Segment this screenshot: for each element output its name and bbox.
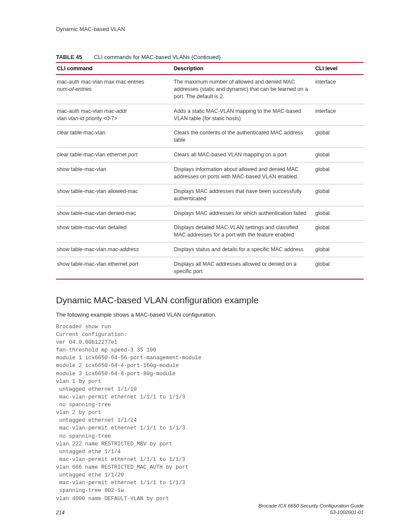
cell-description: Clears the contents of the authenticated… [173, 126, 314, 148]
page: Dynamic MAC-based VLAN TABLE 45 CLI comm… [0, 0, 411, 532]
cell-command: mac-auth mac-vlan mac-addr vlan vlan-id … [56, 104, 173, 126]
doc-title: Brocade ICX 6650 Security Configuration … [258, 503, 364, 509]
cell-command: show table-mac-vlan [56, 162, 173, 184]
doc-info: Brocade ICX 6650 Security Configuration … [258, 503, 364, 516]
cell-description: Displays MAC addresses for which authent… [173, 206, 314, 221]
table-row: show table-mac-vlan ethernet port Displa… [56, 257, 364, 279]
cell-command: mac-auth mac-vlan max-mac-entries num-of… [56, 75, 173, 104]
cell-level: global [314, 162, 364, 184]
table-header-row: CLI command Description CLI level [56, 62, 364, 75]
page-number: 214 [56, 510, 65, 516]
table-row: show table-mac-vlan allowed-mac Displays… [56, 184, 364, 206]
table-row: show table-mac-vlan Displays information… [56, 162, 364, 184]
cell-description: Displays detailed MAC-VLAN settings and … [173, 221, 314, 243]
table-caption: TABLE 45 CLI commands for MAC-based VLAN… [56, 54, 364, 60]
col-header-description: Description [173, 62, 314, 75]
table-row: clear table-mac-vlan Clears the contents… [56, 126, 364, 148]
section-heading: Dynamic MAC-based VLAN configuration exa… [56, 295, 364, 305]
table-row: show table-mac-vlan detailed Displays de… [56, 221, 364, 243]
cell-command: show table-mac-vlan allowed-mac [56, 184, 173, 206]
table-row: mac-auth mac-vlan max-mac-entries num-of… [56, 75, 364, 104]
col-header-level: CLI level [314, 62, 364, 75]
cell-description: Displays MAC addresses that have been su… [173, 184, 314, 206]
table-row: show table-mac-vlan mac-address Displays… [56, 243, 364, 257]
cli-commands-table: CLI command Description CLI level mac-au… [56, 62, 364, 280]
cell-description: Adds a static MAC-VLAN mapping to the MA… [173, 104, 314, 126]
table-label: TABLE 45 [56, 54, 82, 60]
cell-description: Clears all MAC-based VLAN mapping on a p… [173, 148, 314, 162]
cell-level: global [314, 206, 364, 221]
table-row: mac-auth mac-vlan mac-addr vlan vlan-id … [56, 104, 364, 126]
cell-description: The maximum number of allowed and denied… [173, 75, 314, 104]
cell-level: interface [314, 104, 364, 126]
cell-command: show table-mac-vlan detailed [56, 221, 173, 243]
cell-description: Displays information about allowed and d… [173, 162, 314, 184]
cell-level: global [314, 126, 364, 148]
cell-level: interface [314, 75, 364, 104]
config-code-block: Brocade# show run Current configuration:… [56, 323, 364, 503]
doc-number: 53-1002601-01 [258, 509, 364, 516]
col-header-command: CLI command [56, 62, 173, 75]
cell-command: clear table-mac-vlan [56, 126, 173, 148]
cell-level: global [314, 184, 364, 206]
table-row: clear table-mac-vlan ethernet port Clear… [56, 148, 364, 162]
cell-level: global [314, 257, 364, 279]
cell-command: show table-mac-vlan mac-address [56, 243, 173, 257]
cell-level: global [314, 148, 364, 162]
cell-command: clear table-mac-vlan ethernet port [56, 148, 173, 162]
table-row: show table-mac-vlan denied-mac Displays … [56, 206, 364, 221]
cell-level: global [314, 243, 364, 257]
cell-command: show table-mac-vlan ethernet port [56, 257, 173, 279]
cell-level: global [314, 221, 364, 243]
cell-description: Displays status and details for a specif… [173, 243, 314, 257]
table-caption-text: CLI commands for MAC-based VLANs (Contin… [94, 54, 221, 60]
page-footer: 214 Brocade ICX 6650 Security Configurat… [56, 503, 364, 516]
cell-description: Displays all MAC addresses allowed or de… [173, 257, 314, 279]
section-intro: The following example shows a MAC-based … [56, 311, 364, 318]
cell-command: show table-mac-vlan denied-mac [56, 206, 173, 221]
running-header: Dynamic MAC-based VLAN [56, 26, 364, 32]
